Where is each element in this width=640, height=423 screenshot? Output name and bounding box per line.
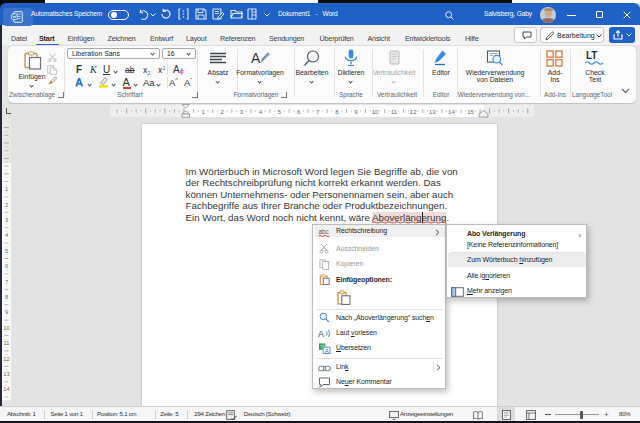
svg-text:1: 1: [5, 186, 8, 192]
svg-text:A: A: [325, 347, 329, 353]
svg-text:A: A: [318, 329, 324, 339]
svg-text:13: 13: [3, 371, 9, 377]
svg-text:8: 8: [335, 109, 339, 115]
svg-text:8: 8: [5, 294, 8, 300]
svg-text:9: 9: [354, 109, 358, 115]
svg-text:2: 2: [5, 202, 8, 208]
svg-text:11: 11: [391, 109, 398, 115]
svg-text:14: 14: [448, 109, 455, 115]
svg-text:13: 13: [429, 109, 436, 115]
svg-text:5: 5: [5, 248, 8, 254]
svg-text:12: 12: [3, 356, 9, 362]
svg-text:12: 12: [410, 109, 417, 115]
svg-text:11: 11: [3, 340, 9, 346]
svg-text:5: 5: [278, 109, 282, 115]
svg-text:15: 15: [467, 109, 474, 115]
svg-text:10: 10: [372, 109, 379, 115]
svg-text:14: 14: [3, 386, 10, 392]
svg-text:9: 9: [5, 309, 8, 315]
svg-text:3: 3: [5, 217, 8, 223]
svg-text:6: 6: [5, 263, 8, 269]
svg-text:7: 7: [5, 279, 8, 285]
svg-text:4: 4: [259, 109, 263, 115]
svg-text:abc: abc: [319, 227, 330, 234]
svg-text:3: 3: [240, 109, 244, 115]
svg-text:7: 7: [316, 109, 320, 115]
svg-text:4: 4: [5, 232, 9, 238]
svg-text:2: 2: [221, 109, 225, 115]
svg-text:1: 1: [201, 109, 205, 115]
svg-text:10: 10: [3, 325, 9, 331]
svg-text:6: 6: [297, 109, 301, 115]
